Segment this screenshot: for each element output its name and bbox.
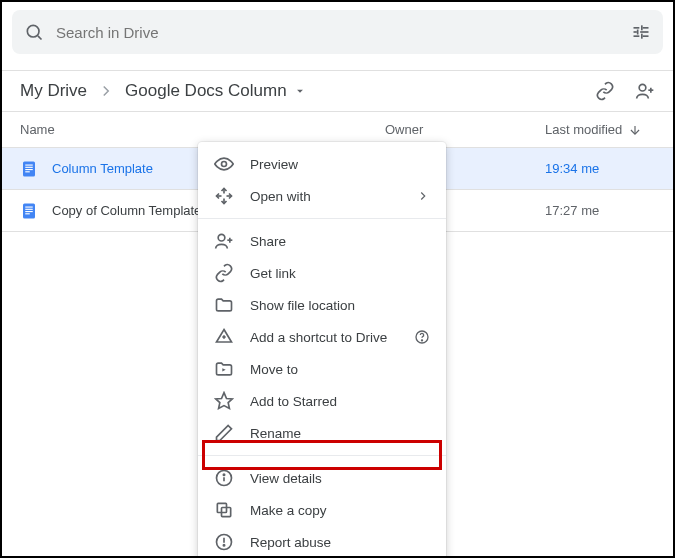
menu-label: View details xyxy=(250,471,322,486)
menu-label: Add a shortcut to Drive xyxy=(250,330,387,345)
svg-line-1 xyxy=(38,36,42,40)
google-doc-icon xyxy=(20,202,38,220)
menu-label: Make a copy xyxy=(250,503,327,518)
svg-rect-7 xyxy=(641,34,643,39)
menu-label: Add to Starred xyxy=(250,394,337,409)
menu-add-shortcut[interactable]: Add a shortcut to Drive xyxy=(198,321,446,353)
context-menu: Preview Open with Share Get link Show fi… xyxy=(198,142,446,558)
file-modified: 19:34 me xyxy=(545,161,655,176)
column-owner[interactable]: Owner xyxy=(385,122,545,137)
menu-get-link[interactable]: Get link xyxy=(198,257,446,289)
menu-show-location[interactable]: Show file location xyxy=(198,289,446,321)
search-icon xyxy=(24,22,44,42)
menu-add-starred[interactable]: Add to Starred xyxy=(198,385,446,417)
svg-rect-2 xyxy=(634,27,640,29)
menu-label: Report abuse xyxy=(250,535,331,550)
svg-rect-23 xyxy=(25,208,33,209)
arrow-down-icon xyxy=(628,123,642,137)
folder-icon xyxy=(214,295,234,315)
menu-view-details[interactable]: View details xyxy=(198,462,446,494)
svg-point-33 xyxy=(421,340,422,341)
menu-rename[interactable]: Rename xyxy=(198,417,446,449)
help-icon[interactable] xyxy=(414,329,430,345)
svg-rect-11 xyxy=(637,30,639,35)
person-add-icon xyxy=(214,231,234,251)
copy-icon xyxy=(214,500,234,520)
file-name: Column Template xyxy=(52,161,153,176)
svg-rect-19 xyxy=(25,169,33,170)
menu-label: Preview xyxy=(250,157,298,172)
add-person-icon[interactable] xyxy=(635,81,655,101)
search-input[interactable] xyxy=(44,24,631,41)
svg-rect-25 xyxy=(25,213,30,214)
search-options-icon[interactable] xyxy=(631,22,651,42)
menu-label: Show file location xyxy=(250,298,355,313)
column-modified[interactable]: Last modified xyxy=(545,122,655,137)
info-icon xyxy=(214,468,234,488)
breadcrumb-actions xyxy=(595,81,655,101)
menu-move-to[interactable]: Move to xyxy=(198,353,446,385)
menu-separator xyxy=(198,218,446,219)
menu-share[interactable]: Share xyxy=(198,225,446,257)
svg-rect-9 xyxy=(634,31,637,33)
pencil-icon xyxy=(214,423,234,443)
menu-label: Get link xyxy=(250,266,296,281)
file-name: Copy of Column Template xyxy=(52,203,201,218)
breadcrumb: My Drive Google Docs Column xyxy=(20,81,307,101)
breadcrumb-root[interactable]: My Drive xyxy=(20,81,87,101)
open-with-icon xyxy=(214,186,234,206)
menu-label: Move to xyxy=(250,362,298,377)
svg-rect-3 xyxy=(643,27,649,29)
svg-marker-34 xyxy=(216,393,233,409)
svg-point-27 xyxy=(218,234,225,241)
get-link-icon[interactable] xyxy=(595,81,615,101)
star-icon xyxy=(214,391,234,411)
svg-rect-20 xyxy=(25,171,30,172)
shortcut-icon xyxy=(214,327,234,347)
svg-rect-18 xyxy=(25,166,33,167)
menu-report-abuse[interactable]: Report abuse xyxy=(198,526,446,558)
svg-rect-5 xyxy=(634,35,640,37)
search-bar[interactable] xyxy=(12,10,663,54)
breadcrumb-current-label: Google Docs Column xyxy=(125,81,287,101)
svg-rect-10 xyxy=(640,31,648,33)
caret-down-icon xyxy=(293,84,307,98)
move-to-icon xyxy=(214,359,234,379)
report-icon xyxy=(214,532,234,552)
menu-make-copy[interactable]: Make a copy xyxy=(198,494,446,526)
svg-point-26 xyxy=(222,162,227,167)
menu-label: Rename xyxy=(250,426,301,441)
svg-rect-24 xyxy=(25,211,33,212)
file-modified: 17:27 me xyxy=(545,203,655,218)
breadcrumb-current[interactable]: Google Docs Column xyxy=(125,81,307,101)
menu-separator xyxy=(198,455,446,456)
google-doc-icon xyxy=(20,160,38,178)
menu-open-with[interactable]: Open with xyxy=(198,180,446,212)
chevron-right-icon xyxy=(416,189,430,203)
menu-label: Open with xyxy=(250,189,311,204)
breadcrumb-row: My Drive Google Docs Column xyxy=(2,71,673,111)
svg-rect-4 xyxy=(641,25,643,30)
svg-point-0 xyxy=(27,25,39,37)
svg-rect-17 xyxy=(25,164,33,165)
svg-rect-22 xyxy=(25,206,33,207)
svg-point-12 xyxy=(639,84,646,91)
column-modified-label: Last modified xyxy=(545,122,622,137)
menu-preview[interactable]: Preview xyxy=(198,148,446,180)
column-name[interactable]: Name xyxy=(20,122,385,137)
svg-point-37 xyxy=(223,474,224,475)
svg-point-42 xyxy=(223,545,224,546)
svg-rect-6 xyxy=(643,35,649,37)
eye-icon xyxy=(214,154,234,174)
chevron-right-icon xyxy=(97,82,115,100)
link-icon xyxy=(214,263,234,283)
menu-label: Share xyxy=(250,234,286,249)
